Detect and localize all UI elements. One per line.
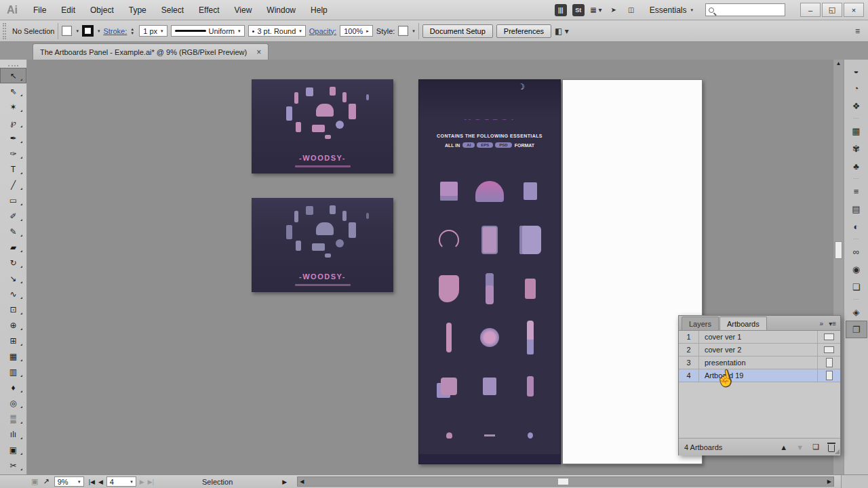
new-artboard-icon[interactable]: ❏ <box>812 443 819 451</box>
horizontal-scrollbar[interactable]: ◀ ▶ <box>297 476 834 487</box>
dock-grip[interactable]: ⋯ <box>846 296 867 303</box>
selection-tool[interactable]: ↖ <box>0 68 26 83</box>
share-icon[interactable]: ➤ <box>608 4 620 16</box>
artboard-orientation-icon[interactable] <box>817 331 840 343</box>
width-profile-select[interactable]: Uniform▾ <box>171 25 245 37</box>
eraser-tool[interactable]: ▰ <box>0 239 26 255</box>
lasso-tool[interactable]: ℘ <box>0 115 26 130</box>
zoom-level-select[interactable]: 9%▾ <box>54 476 84 487</box>
artboards-icon[interactable]: ❐ <box>846 321 867 338</box>
panel-tab[interactable]: Layers <box>682 317 719 330</box>
artboard-name[interactable]: cover ver 2 <box>699 346 817 354</box>
blend-tool[interactable]: ◎ <box>0 395 26 411</box>
scale-tool[interactable]: ↘ <box>0 270 26 286</box>
artboard-row[interactable]: 2 cover ver 2 <box>679 344 840 357</box>
pointer-panel-icon[interactable]: ◫ <box>625 4 637 16</box>
arrange-documents-icon[interactable]: ▦ ▾ <box>590 4 602 16</box>
preferences-button[interactable]: Preferences <box>496 24 551 38</box>
delete-artboard-icon[interactable] <box>828 445 835 452</box>
pattern-options-icon[interactable]: ❖ <box>846 97 867 115</box>
artboard-row[interactable]: 4 Artboard 19 <box>679 369 840 382</box>
curvature-tool[interactable]: ✑ <box>0 146 26 161</box>
move-up-icon[interactable]: ▲ <box>780 443 787 451</box>
artboard-number-select[interactable]: 4▾ <box>106 476 136 487</box>
status-flyout-icon[interactable]: ▶ <box>282 479 287 485</box>
menu-item[interactable]: Object <box>83 2 121 18</box>
artboard-orientation-icon[interactable] <box>817 344 840 356</box>
transparency-icon[interactable]: ◐ <box>846 218 867 235</box>
artboard-row[interactable]: 3 presentation <box>679 357 840 369</box>
layers-icon[interactable]: ◈ <box>846 303 867 321</box>
menu-item[interactable]: Type <box>121 2 154 18</box>
scroll-up-icon[interactable]: ▲ <box>833 60 844 66</box>
mesh-tool[interactable]: ▦ <box>0 348 26 364</box>
collapse-panel-icon[interactable]: » <box>820 320 824 327</box>
shape-builder-tool[interactable]: ⊕ <box>0 317 26 333</box>
paintbrush-tool[interactable]: ✐ <box>0 208 26 224</box>
panel-resize-grip[interactable] <box>835 449 840 454</box>
chevron-down-icon[interactable]: ▾ <box>76 28 79 34</box>
free-transform-tool[interactable]: ⊡ <box>0 302 26 317</box>
color-icon[interactable]: ◒ <box>846 62 867 79</box>
restore-button[interactable]: ◱ <box>822 3 842 17</box>
graphic-styles-icon[interactable]: ❏ <box>846 278 867 296</box>
vertical-scroll-thumb[interactable] <box>835 241 842 259</box>
control-panel-menu-icon[interactable]: ≡ <box>855 26 860 36</box>
symbol-sprayer-tool[interactable]: ▒ <box>0 411 26 426</box>
bridge-icon[interactable]: ||| <box>555 4 567 16</box>
menu-item[interactable]: Window <box>259 2 303 18</box>
menu-item[interactable]: Select <box>154 2 191 18</box>
workspace-switcher[interactable]: Essentials ▾ <box>650 5 693 15</box>
chevron-down-icon[interactable]: ▾ <box>98 28 100 34</box>
brushes-icon[interactable]: ✾ <box>846 140 867 157</box>
align-glyphs-icon[interactable]: ◧ ▾ <box>555 26 569 36</box>
horizontal-scroll-thumb[interactable] <box>557 478 569 485</box>
artboard-name[interactable]: presentation <box>699 359 817 367</box>
menu-item[interactable]: View <box>227 2 260 18</box>
warp-tool[interactable]: ∿ <box>0 286 26 302</box>
stroke-swatch[interactable] <box>82 25 94 37</box>
control-bar-grip[interactable] <box>3 23 6 39</box>
minimize-button[interactable]: – <box>800 3 821 17</box>
pencil-tool[interactable]: ✎ <box>0 224 26 239</box>
panel-menu-icon[interactable]: ▾≡ <box>829 320 836 327</box>
libraries-icon[interactable]: ∞ <box>846 243 867 260</box>
eyedropper-tool[interactable]: ♦ <box>0 380 26 395</box>
stroke-icon[interactable]: ≡ <box>846 182 867 200</box>
first-artboard-icon[interactable]: |◀ <box>89 479 95 485</box>
dock-grip[interactable]: ⋯ <box>846 175 867 182</box>
opacity-field[interactable]: 100%▸ <box>340 25 373 37</box>
artboard-cover-ver-1[interactable]: -WOODSY- <box>252 79 393 174</box>
column-graph-tool[interactable]: ılı <box>0 426 26 442</box>
stroke-weight-stepper[interactable]: ▲▼ <box>130 27 134 35</box>
panel-tab[interactable]: Artboards <box>719 317 767 330</box>
menu-item[interactable]: Help <box>303 2 335 18</box>
stroke-panel-link[interactable]: Stroke: <box>103 27 127 35</box>
pen-tool[interactable]: ✒ <box>0 130 26 146</box>
fill-swatch[interactable] <box>62 26 72 36</box>
artboard-tool[interactable]: ▣ <box>0 442 26 458</box>
previous-artboard-icon[interactable]: ◀ <box>98 479 103 485</box>
symbols-icon[interactable]: ♣ <box>846 157 867 175</box>
magic-wand-tool[interactable]: ✶ <box>0 99 26 115</box>
chevron-down-icon[interactable]: ▾ <box>412 28 415 34</box>
appearance-icon[interactable]: ◉ <box>846 260 867 278</box>
dock-grip[interactable]: ⋯ <box>846 235 867 243</box>
scroll-right-icon[interactable]: ▶ <box>827 479 831 485</box>
search-input[interactable] <box>705 3 785 16</box>
menu-item[interactable]: Edit <box>54 2 83 18</box>
slice-tool[interactable]: ✂ <box>0 458 26 473</box>
gradient-icon[interactable]: ▤ <box>846 200 867 218</box>
artboard-name[interactable]: cover ver 1 <box>699 333 817 341</box>
artboard-presentation[interactable]: ☽ -WOODSY- CONTAINS THE FOLLOWING ESSENT… <box>418 79 561 464</box>
perspective-grid-tool[interactable]: ⊞ <box>0 333 26 348</box>
stroke-weight-field[interactable]: 1 px▾ <box>139 25 167 37</box>
swatches-icon[interactable]: ▦ <box>846 122 867 140</box>
artboard-orientation-icon[interactable] <box>817 357 840 369</box>
artboard-cover-ver-2[interactable]: -WOODSY- <box>252 198 393 292</box>
tools-panel-grip[interactable] <box>8 61 18 66</box>
artboard-orientation-icon[interactable] <box>817 369 840 382</box>
line-segment-tool[interactable]: ╱ <box>0 177 26 192</box>
document-setup-button[interactable]: Document Setup <box>422 24 493 38</box>
artboard-row[interactable]: 1 cover ver 1 <box>679 331 840 344</box>
